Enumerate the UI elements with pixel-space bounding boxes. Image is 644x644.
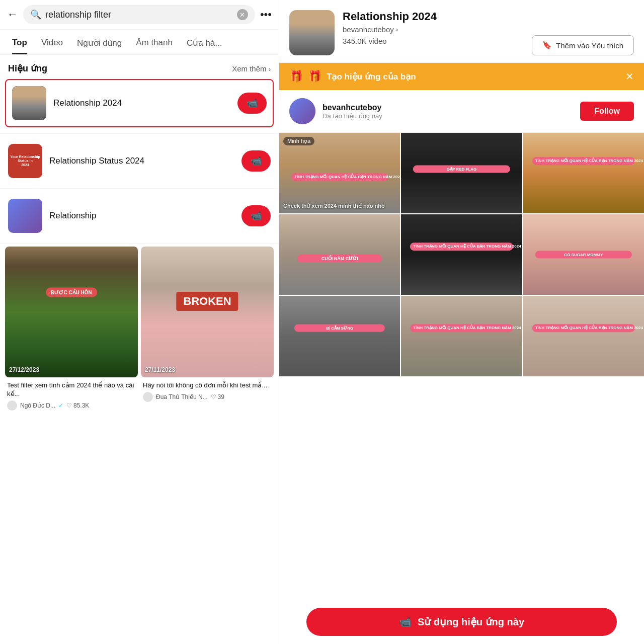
creator-name: bevanhcuteboy [323,103,573,112]
use-btn-label: Sử dụng hiệu ứng này [418,616,524,628]
minh-hoa-badge: Minh họa [283,137,314,145]
video-author-2: Đua Thủ Thiếu N... [156,393,208,400]
effect-thumb-relstatus: Your RelationshipStatus in2024 [8,144,42,178]
photo-cell-8-inner: TÌNH TRẠNG MỐI QUAN HỆ CỦA BẠN TRONG NĂM… [401,296,522,376]
photo-cell-9-inner: TÌNH TRẠNG MỐI QUAN HỆ CỦA BẠN TRONG NĂM… [523,296,644,376]
video-pair: ĐƯỢC CẦU HÔN 27/12/2023 Test filter xem … [5,247,274,412]
tab-top[interactable]: Top [5,30,34,54]
video-author-avatar-1 [7,400,17,411]
search-bar: ← 🔍 relationship filter ✕ ••• [0,0,279,30]
video-thumb-1: ĐƯỢC CẦU HÔN 27/12/2023 [5,247,138,377]
creator-avatar[interactable] [289,98,315,124]
use-effect-button[interactable]: 📹 Sử dụng hiệu ứng này [306,608,617,636]
video-date-1: 27/12/2023 [9,366,39,373]
photo-cell-6-inner: CÓ SUGAR MOMMY [523,214,644,295]
photo-cell-4[interactable]: CUỐI NĂM CƯỚI [279,214,400,295]
back-icon[interactable]: ← [7,8,18,21]
photo-cell-3[interactable]: TÌNH TRẠNG MỐI QUAN HỆ CỦA BẠN TRONG NĂM… [523,133,644,213]
divider-3 [0,243,279,244]
video-card-2[interactable]: BROKEN 27/11/2023 Hãy nói tôi không cô đ… [141,247,274,412]
video-title-1: Test filter xem tình cảm 2024 thế nào và… [7,381,136,398]
effect-item-rel2024[interactable]: Relationship 2024 📹 [5,79,274,127]
photo-grid: Minh họa TÌNH TRẠNG MỐI QUAN HỆ CỦA BẠN … [279,133,644,600]
effect-name-rel2024: Relationship 2024 [53,98,230,108]
video-title-2: Hãy nói tôi không cô đơn mỗi khi test mấ… [143,381,272,390]
effect-thumb-rel [8,199,42,233]
photo-cell-9[interactable]: TÌNH TRẠNG MỐI QUAN HỆ CỦA BẠN TRONG NĂM… [523,296,644,376]
camera-btn-rel2024[interactable]: 📹 [237,93,267,114]
effect-name-rel: Relationship [49,211,234,221]
tab-users[interactable]: Người dùng [70,30,129,54]
video-date-2: 27/11/2023 [145,366,175,373]
clear-search-icon[interactable]: ✕ [237,9,248,20]
video-thumb-2: BROKEN 27/11/2023 [141,247,274,377]
banner-text: Tạo hiệu ứng của bạn [327,71,416,82]
creator-subtitle: Đã tạo hiệu ứng này [323,112,573,120]
photo-text-6: CÓ SUGAR MOMMY [535,251,632,259]
video-likes-1: ♡ 85.3K [66,402,89,409]
photo-cell-3-inner: TÌNH TRẠNG MỐI QUAN HỆ CỦA BẠN TRONG NĂM… [523,133,644,213]
tab-video[interactable]: Video [34,30,70,54]
video-author-1: Ngô Đức D... [20,402,55,409]
video-author-avatar-2 [143,392,153,402]
video-info-2: Hãy nói tôi không cô đơn mỗi khi test mấ… [141,377,274,403]
search-tabs: Top Video Người dùng Âm thanh Cửa hà... [0,30,279,55]
effect-detail-info: Relationship 2024 bevanhcuteboy › 345.0K… [343,10,524,45]
tab-sound[interactable]: Âm thanh [129,30,180,54]
camera-btn-rel[interactable]: 📹 [242,205,271,226]
photo-text-8: TÌNH TRẠNG MỐI QUAN HỆ CỦA BẠN TRONG NĂM… [410,324,513,332]
photo-cell-1-inner: Minh họa TÌNH TRẠNG MỐI QUAN HỆ CỦA BẠN … [279,133,400,213]
tab-shop[interactable]: Cửa hà... [180,30,229,54]
favorite-btn-label: Thêm vào Yêu thích [556,41,623,50]
favorite-button[interactable]: 🔖 Thêm vào Yêu thích [532,35,634,55]
effects-section-title: Hiệu ứng [8,63,47,74]
more-options-icon[interactable]: ••• [260,8,272,21]
photo-cell-6[interactable]: CÓ SUGAR MOMMY [523,214,644,295]
gift-icon2: 🎁 [308,70,321,83]
video-overlay-1: ĐƯỢC CẦU HÔN [46,288,97,297]
see-more-link[interactable]: Xem thêm › [232,64,271,73]
author-chevron-icon: › [396,26,398,33]
video-results: ĐƯỢC CẦU HÔN 27/12/2023 Test filter xem … [0,247,279,412]
banner-left: 🎁 🎁 Tạo hiệu ứng của bạn [289,70,416,83]
left-panel: ← 🔍 relationship filter ✕ ••• Top Video … [0,0,279,644]
photo-cell-7-inner: BỊ CẮM SỪNG [279,296,400,376]
divider-1 [0,133,279,134]
photo-cell-7[interactable]: BỊ CẮM SỪNG [279,296,400,376]
photo-text-4: CUỐI NĂM CƯỚI [297,255,382,263]
photo-cell-4-inner: CUỐI NĂM CƯỚI [279,214,400,295]
effect-detail-count: 345.0K video [343,37,524,45]
photo-cell-8[interactable]: TÌNH TRẠNG MỐI QUAN HỆ CỦA BẠN TRONG NĂM… [401,296,522,376]
video-card-1[interactable]: ĐƯỢC CẦU HÔN 27/12/2023 Test filter xem … [5,247,138,412]
effect-thumb-rel2024 [12,86,46,120]
photo-cell-5[interactable]: TÌNH TRẠNG MỐI QUAN HỆ CỦA BẠN TRONG NĂM… [401,214,522,295]
camera-icon: 📹 [247,98,258,109]
search-input-wrap[interactable]: 🔍 relationship filter ✕ [23,5,255,24]
divider-2 [0,188,279,189]
photo-cell-5-inner: TÌNH TRẠNG MỐI QUAN HỆ CỦA BẠN TRONG NĂM… [401,214,522,295]
effect-detail-name: Relationship 2024 [343,10,524,23]
effect-item-rel[interactable]: Relationship 📹 [0,192,279,240]
verified-icon-1: ✓ [58,402,63,409]
effect-item-relstatus[interactable]: Your RelationshipStatus in2024 Relations… [0,137,279,185]
photo-cell-2[interactable]: GẶP RED FLAG [401,133,522,213]
right-panel: Relationship 2024 bevanhcuteboy › 345.0K… [279,0,644,644]
search-icon: 🔍 [30,9,41,20]
chevron-right-icon: › [269,65,271,73]
effect-name-relstatus: Relationship Status 2024 [49,156,234,166]
effect-detail-author-row[interactable]: bevanhcuteboy › [343,25,524,34]
photo-text-1: TÌNH TRẠNG MỐI QUAN HỆ CỦA BẠN TRONG NĂM… [291,173,388,181]
banner-close-icon[interactable]: ✕ [625,70,634,83]
follow-button[interactable]: Follow [580,102,634,121]
photo-cell-1[interactable]: Minh họa TÌNH TRẠNG MỐI QUAN HỆ CỦA BẠN … [279,133,400,213]
creator-info: bevanhcuteboy Đã tạo hiệu ứng này [323,103,573,120]
search-query-text: relationship filter [45,10,233,20]
photo-text-5: TÌNH TRẠNG MỐI QUAN HỆ CỦA BẠN TRONG NĂM… [410,243,513,251]
creator-row: bevanhcuteboy Đã tạo hiệu ứng này Follow [279,90,644,133]
create-effect-banner: 🎁 🎁 Tạo hiệu ứng của bạn ✕ [279,63,644,90]
effects-section-header: Hiệu ứng Xem thêm › [0,55,279,79]
video-meta-2: Đua Thủ Thiếu N... ♡ 39 [143,392,272,402]
photo-text-3: TÌNH TRẠNG MỐI QUAN HỆ CỦA BẠN TRONG NĂM… [532,157,635,165]
camera-btn-relstatus[interactable]: 📹 [242,150,271,172]
effect-detail-thumb [289,10,335,55]
